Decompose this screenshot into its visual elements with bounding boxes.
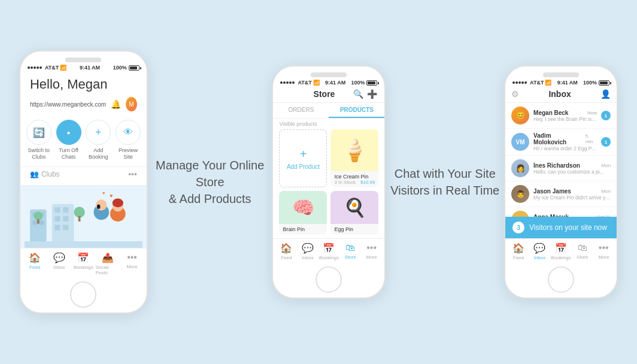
inbox-time-megan: Now (587, 110, 597, 116)
phone3-inbox-icon: 💬 (533, 242, 545, 254)
phone3-status-bar: AT&T 📶 9:41 AM 100% (505, 77, 617, 87)
bookings-icon: 📅 (77, 252, 89, 263)
store-tabs: ORDERS PRODUCTS (273, 103, 384, 119)
phone1-bottom-nav: 🏠 Feed 💬 Inbox 📅 Bookings 📤 Social Posts… (20, 248, 147, 278)
phone2-bookings-label: Bookings (319, 255, 339, 260)
phone3-nav-store[interactable]: 🛍 Store (572, 242, 593, 260)
phone3-nav-bookings[interactable]: 📅 Bookings (550, 242, 572, 260)
phone3-more-icon: ••• (599, 242, 609, 253)
avatar-megan: 😊 (511, 107, 529, 125)
phone2-bottom-nav: 🏠 Feed 💬 Inbox 📅 Bookings 🛍 Store ••• Mo… (273, 238, 384, 263)
switch-clubs-action[interactable]: 🔄 Switch toClubs (25, 120, 53, 160)
phone3-bookings-icon: 📅 (555, 242, 567, 254)
svg-rect-7 (63, 207, 68, 213)
section2-header: Chat with Your SiteVisitors in Real Time (388, 165, 502, 199)
social-label: Social Posts (96, 265, 120, 275)
preview-site-action[interactable]: 👁 PreviewSite (114, 120, 142, 160)
phone2-nav-bookings[interactable]: 📅 Bookings (318, 242, 340, 260)
social-icon: 📤 (102, 252, 114, 263)
phone2-header: Store 🔍 ➕ (273, 87, 384, 103)
clubs-more-icon[interactable]: ••• (128, 169, 137, 179)
products-tab[interactable]: PRODUCTS (329, 103, 384, 118)
feed-label: Feed (29, 265, 40, 270)
inbox-preview-vadim: Hi! I wanna order 2 Egg Pins ye... (533, 145, 597, 151)
nav-bookings[interactable]: 📅 Bookings (71, 252, 96, 275)
nav-inbox[interactable]: 💬 Inbox (47, 252, 71, 275)
nav-feed[interactable]: 🏠 Feed (23, 252, 47, 275)
bookings-label: Bookings (74, 265, 93, 270)
inbox-time-ines: Mon (602, 163, 611, 168)
phone2-bookings-icon: 📅 (323, 242, 335, 254)
avatar-ines: 👩 (511, 159, 529, 177)
add-booking-icon: + (86, 120, 111, 145)
svg-rect-13 (37, 219, 40, 223)
search-icon[interactable]: 🔍 (353, 89, 363, 99)
add-booking-label: AddBooking (89, 147, 108, 160)
gear-icon[interactable]: ⚙ (511, 89, 519, 99)
greeting-text: Hello, Megan (30, 77, 137, 92)
more-icon: ••• (127, 252, 137, 263)
phone2-nav-store[interactable]: 🛍 Store (339, 242, 361, 260)
switch-clubs-label: Switch toClubs (28, 147, 50, 160)
phone1-time: 9:41 AM (80, 65, 100, 71)
add-booking-action[interactable]: + AddBooking (84, 120, 112, 160)
ice-cream-pin-card[interactable]: 🍦 Ice Cream Pin 3 In Stock $10.99 (330, 129, 378, 187)
svg-point-17 (96, 199, 107, 210)
phone2-carrier: AT&T (298, 80, 311, 86)
inbox-item-anna[interactable]: AM Anna Masuk Oct 31 I wanted to order 3… (505, 207, 617, 217)
inbox-content-megan: Megan Beck Now Hey, I see the Brain Pin … (533, 110, 597, 122)
add-product-card[interactable]: + Add Product (279, 129, 327, 187)
egg-pin-name: Egg Pin (334, 226, 375, 232)
svg-rect-6 (54, 207, 60, 213)
inbox-item-vadim[interactable]: VM Vadim Molokovich 5 min Hi! I wanna or… (505, 129, 617, 156)
phone3-nav-feed[interactable]: 🏠 Feed (508, 242, 529, 260)
turn-off-chats-label: Turn OffChats (59, 147, 78, 160)
egg-pin-card[interactable]: 🍳 Egg Pin (330, 191, 378, 235)
nav-more[interactable]: ••• More (120, 252, 144, 275)
inbox-time-jason: Mon (602, 189, 611, 194)
section1-header: Manage Your Online Store& Add Products (150, 157, 270, 207)
avatar-anna: AM (511, 211, 529, 217)
svg-rect-24 (25, 241, 142, 248)
phone3-header: ⚙ Inbox 👤 (505, 87, 617, 103)
phone3-nav-more[interactable]: ••• More (593, 242, 614, 260)
phone3-feed-icon: 🏠 (512, 242, 524, 254)
phone2-inbox-label: Inbox (302, 255, 314, 260)
phone1-illustration: ♥ ♥ (20, 185, 147, 248)
orders-tab[interactable]: ORDERS (273, 103, 329, 118)
user-avatar[interactable]: M (126, 97, 137, 111)
inbox-item-megan[interactable]: 😊 Megan Beck Now Hey, I see the Brain Pi… (505, 103, 617, 129)
avatar-vadim: VM (511, 133, 529, 151)
phone2-status-bar: AT&T 📶 9:41 AM 100% (273, 77, 384, 87)
phone2-nav-inbox[interactable]: 💬 Inbox (297, 242, 318, 260)
nav-social[interactable]: 📤 Social Posts (96, 252, 120, 275)
phone2-time: 9:41 AM (325, 80, 345, 86)
url-text: https://www.meganbeck.com (30, 101, 106, 108)
phone3-nav-inbox[interactable]: 💬 Inbox (529, 242, 551, 260)
person-icon[interactable]: 👤 (600, 89, 611, 99)
unread-badge-vadim: 1 (601, 137, 611, 147)
inbox-item-ines[interactable]: 👩 Ines Richardson Mon Hello, can you cus… (505, 156, 617, 181)
phone1-wifi-icon: 📶 (60, 65, 66, 71)
svg-rect-8 (54, 216, 60, 222)
phone3-store-icon: 🛍 (578, 242, 587, 253)
inbox-label: Inbox (53, 265, 65, 270)
inbox-item-jason[interactable]: 👨 Jason James Mon My Ice Cream Pin didn'… (505, 181, 617, 207)
phone2-more-icon: ••• (366, 242, 377, 253)
phone2-nav-feed[interactable]: 🏠 Feed (275, 242, 297, 260)
bell-icon[interactable]: 🔔 (111, 99, 121, 109)
phone2: AT&T 📶 9:41 AM 100% Store 🔍 ➕ ORDERS PRO… (272, 65, 386, 299)
inbox-preview-ines: Hello, can you customize a pi... (533, 169, 611, 175)
visitors-banner[interactable]: 3 Visitors on your site now (505, 217, 617, 238)
add-product-top-icon[interactable]: ➕ (367, 89, 377, 99)
section2-title: Chat with Your SiteVisitors in Real Time (388, 165, 502, 199)
phone3: AT&T 📶 9:41 AM 100% ⚙ Inbox 👤 😊 (504, 65, 618, 299)
inbox-list: 😊 Megan Beck Now Hey, I see the Brain Pi… (505, 103, 617, 217)
turn-off-chats-action[interactable]: ● Turn OffChats (55, 120, 83, 160)
inbox-title: Inbox (519, 89, 600, 99)
phone2-nav-more[interactable]: ••• More (361, 242, 383, 260)
more-label: More (126, 264, 137, 269)
svg-point-12 (34, 212, 43, 221)
brain-pin-card[interactable]: 🧠 Brain Pin (279, 191, 327, 235)
chats-toggle-icon: ● (56, 120, 81, 145)
